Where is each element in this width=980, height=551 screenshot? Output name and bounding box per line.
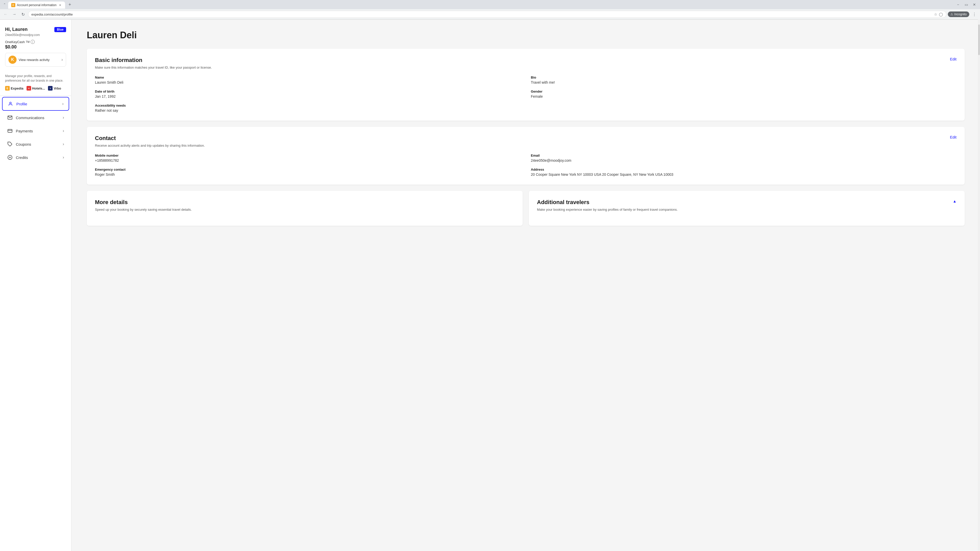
vrbo-icon: V [48,86,52,91]
address-bar: ← → ↻ expedia.com/account/profile ☆ ◯ ⚠ … [0,9,980,19]
tab-favicon: E [11,3,15,7]
hotels-label: Hotels... [32,86,45,90]
url-bar[interactable]: expedia.com/account/profile ☆ ◯ [28,11,946,18]
contact-subtitle: Receive account activity alerts and trip… [95,144,956,148]
back-button[interactable]: ← [2,11,9,18]
communications-nav-label: Communications [16,116,60,120]
payments-nav-label: Payments [16,129,60,133]
sidebar-item-credits[interactable]: Credits › [2,151,69,164]
gender-value: Female [531,94,956,98]
restore-button[interactable]: ▭ [963,1,970,8]
incognito-icon: ⚠ [950,13,953,16]
profile-nav-arrow: › [62,102,64,106]
sidebar-item-communications[interactable]: Communications › [2,111,69,124]
additional-travelers-section: Additional travelers ▲ Make your booking… [529,191,965,226]
more-details-title: More details [95,199,127,206]
coupons-icon [7,141,13,147]
expedia-label: Expedia [11,86,24,90]
user-section: Hi, Lauren Blue 24ee050e@moodjoy.com One… [0,24,71,71]
sidebar-item-profile[interactable]: Profile › [2,97,69,111]
accessibility-value: Rather not say [95,108,520,113]
mobile-value: +18588991782 [95,159,520,162]
address-field: Address 20 Cooper Square New York NY 100… [531,168,956,176]
credits-nav-arrow: › [63,155,64,160]
emergency-field: Emergency contact Roger Smith [95,168,520,176]
more-details-subtitle: Speed up your booking by securely saving… [95,208,514,211]
reload-button[interactable]: ↻ [19,11,27,18]
onekeycash-label: OneKeyCash TM i [5,40,66,44]
tab-group-arrow[interactable]: ⌃ [2,2,7,7]
email-value: 24ee050e@moodjoy.com [531,159,956,162]
coupons-nav-label: Coupons [16,142,60,146]
contact-info-grid: Mobile number +18588991782 Email 24ee050… [95,154,956,176]
credits-nav-label: Credits [16,156,60,160]
user-email: 24ee050e@moodjoy.com [5,33,66,37]
dob-label: Date of birth [95,89,520,94]
sidebar-item-payments[interactable]: Payments › [2,124,69,137]
basic-info-subtitle: Make sure this information matches your … [95,65,956,69]
url-text: expedia.com/account/profile [32,13,934,16]
gender-label: Gender [531,89,956,94]
email-field: Email 24ee050e@moodjoy.com [531,154,956,162]
page-layout: Hi, Lauren Blue 24ee050e@moodjoy.com One… [0,20,980,551]
contact-title: Contact [95,135,116,141]
emergency-value: Roger Smith [95,172,520,176]
profile-icon [8,101,13,106]
svg-rect-2 [8,129,12,132]
browser-menu-button[interactable]: ⋮ [971,11,978,18]
gender-field: Gender Female [531,89,956,98]
accessibility-field: Accessibility needs Rather not say [95,103,520,113]
communications-icon [7,115,13,121]
bookmark-icon[interactable]: ☆ [934,12,937,16]
incognito-badge: ⚠ Incognito [948,11,969,17]
rewards-icon: K [8,56,17,64]
new-tab-button[interactable]: + [66,1,73,8]
sidebar-item-coupons[interactable]: Coupons › [2,138,69,151]
url-icons: ☆ ◯ [934,12,943,16]
tab-close-button[interactable]: ✕ [58,3,62,7]
basic-info-grid: Name Lauren Smith Deli Bio Travel with m… [95,76,956,113]
rewards-link[interactable]: K View rewards activity › [5,53,66,67]
contact-edit-button[interactable]: Edit [950,135,956,139]
rewards-arrow-icon: › [62,57,63,62]
additional-travelers-title: Additional travelers [537,199,589,206]
forward-button[interactable]: → [11,11,18,18]
mobile-field: Mobile number +18588991782 [95,154,520,162]
manage-text: Manage your profile, rewards, and prefer… [0,71,71,86]
hotels-icon: H [27,86,31,91]
user-full-name: Lauren Deli [87,30,965,41]
brand-expedia: E Expedia [5,86,24,91]
basic-info-header: Basic information Edit [95,57,956,64]
tier-badge[interactable]: Blue [54,27,66,32]
pip-icon[interactable]: ◯ [939,12,943,16]
coupons-nav-arrow: › [63,142,64,146]
brand-vrbo: V Vrbo [48,86,61,91]
contact-section: Contact Edit Receive account activity al… [87,127,965,185]
dob-field: Date of birth Jan 17, 1992 [95,89,520,98]
more-details-header: More details [95,199,514,206]
payments-icon [7,128,13,134]
tab-title: Account personal information [17,3,56,7]
emergency-label: Emergency contact [95,168,520,171]
accessibility-label: Accessibility needs [95,103,520,107]
communications-nav-arrow: › [63,115,64,120]
incognito-label: Incognito [954,13,967,16]
minimize-button[interactable]: − [955,1,962,8]
dob-value: Jan 17, 1992 [95,94,520,98]
rewards-text: View rewards activity [19,58,59,62]
close-button[interactable]: ✕ [971,1,978,8]
active-tab[interactable]: E Account personal information ✕ [8,2,65,9]
user-greeting: Hi, Lauren Blue [5,27,66,32]
email-label: Email [531,154,956,157]
info-icon[interactable]: i [30,40,35,44]
name-label: Name [95,76,520,79]
basic-info-title: Basic information [95,57,142,64]
payments-nav-arrow: › [63,129,64,133]
vrbo-label: Vrbo [54,86,61,90]
name-field: Name Lauren Smith Deli [95,76,520,84]
additional-travelers-collapse-button[interactable]: ▲ [953,199,956,203]
brand-logos: E Expedia H Hotels... V Vrbo [0,86,71,95]
scrollbar-thumb[interactable] [978,24,980,55]
basic-info-edit-button[interactable]: Edit [950,57,956,61]
bio-label: Bio [531,76,956,79]
